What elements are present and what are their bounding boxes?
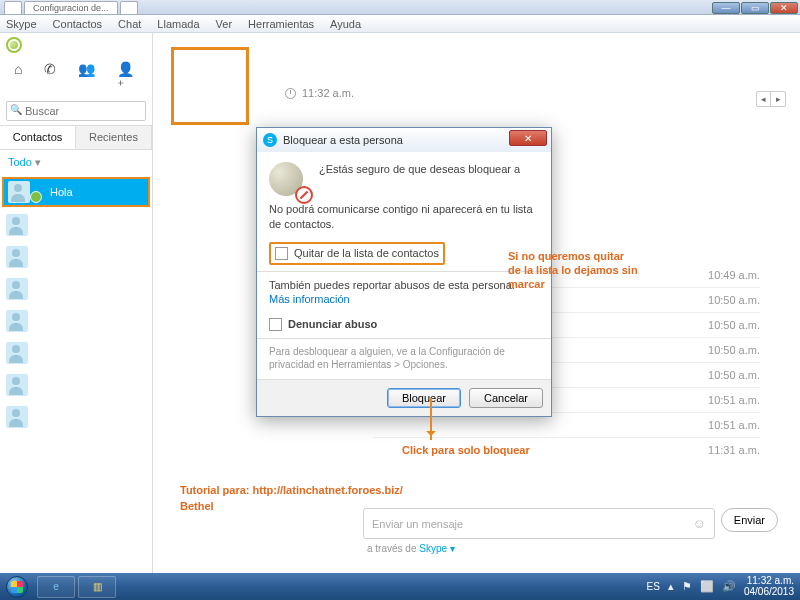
annotation-credit1: Tutorial para: http://latinchatnet.foroe… [180,484,403,498]
taskbar-date: 04/06/2013 [744,587,794,598]
contact-row[interactable] [0,401,152,433]
contact-row[interactable] [0,241,152,273]
tab-recientes[interactable]: Recientes [76,125,152,149]
window-minimize-button[interactable]: — [712,2,740,14]
chat-time: 11:31 a.m. [708,444,760,456]
chevron-left-icon[interactable]: ◂ [757,92,771,106]
contact-row[interactable] [0,305,152,337]
taskbar-time: 11:32 a.m. [744,576,794,587]
chat-time: 10:50 a.m. [708,319,760,331]
contact-row[interactable] [0,369,152,401]
browser-tab[interactable] [120,1,138,14]
tray-volume-icon[interactable]: 🔊 [722,580,736,593]
contact-row[interactable] [0,273,152,305]
task-ie-icon[interactable]: e [37,576,75,598]
tray-network-icon[interactable]: ⬜ [700,580,714,593]
lang-indicator[interactable]: ES [647,581,660,592]
contact-local-time: 11:32 a.m. [285,87,354,99]
compose-area: Enviar un mensaje ☺ a través de Skype ▾ … [363,508,778,554]
message-placeholder: Enviar un mensaje [372,518,463,530]
conversation-nav[interactable]: ◂▸ [756,91,786,107]
status-online-icon [30,191,42,203]
sidebar: ⌂ ✆ 👥 👤⁺ Contactos Recientes Todo Hola [0,33,153,581]
search-input[interactable] [6,101,146,121]
tab-contactos[interactable]: Contactos [0,125,76,149]
chevron-right-icon[interactable]: ▸ [771,92,785,106]
chat-time: 10:51 a.m. [708,419,760,431]
message-input[interactable]: Enviar un mensaje ☺ [363,508,715,539]
unblock-hint: Para desbloquear a alguien, ve a la Conf… [269,345,539,371]
more-info-link[interactable]: Más información [269,292,539,307]
via-skype-link[interactable]: Skype ▾ [419,543,455,554]
dialog-explain: No podrá comunicarse contigo ni aparecer… [269,202,539,232]
menu-skype[interactable]: Skype [6,18,37,30]
avatar-icon [6,342,28,364]
avatar-icon [6,406,28,428]
time-label: 11:32 a.m. [302,87,354,99]
avatar-icon [6,374,28,396]
start-button[interactable] [0,573,34,600]
chat-time: 10:49 a.m. [708,269,760,281]
cancel-button[interactable]: Cancelar [469,388,543,408]
window-maximize-button[interactable]: ▭ [741,2,769,14]
avatar-icon [6,246,28,268]
menu-llamada[interactable]: Llamada [157,18,199,30]
task-explorer-icon[interactable]: ▥ [78,576,116,598]
tray-chevron-up-icon[interactable]: ▴ [668,580,674,593]
avatar-icon [8,181,30,203]
phone-icon[interactable]: ✆ [44,61,56,93]
annotation-keep: Si no queremos quitar de la lista lo dej… [508,250,638,291]
report-abuse-checkbox[interactable] [269,318,282,331]
report-intro: También puedes reportar abusos de esta p… [269,278,539,293]
contact-row[interactable] [0,337,152,369]
chat-time: 10:50 a.m. [708,344,760,356]
group-icon[interactable]: 👥 [78,61,95,93]
chat-time: 10:50 a.m. [708,294,760,306]
taskbar-clock[interactable]: 11:32 a.m. 04/06/2013 [744,576,794,597]
block-button[interactable]: Bloquear [387,388,461,408]
menu-ver[interactable]: Ver [216,18,233,30]
contact-name: Hola [50,186,73,198]
block-person-icon [269,162,309,202]
add-contact-icon[interactable]: 👤⁺ [117,61,140,93]
contact-row[interactable] [0,209,152,241]
home-icon[interactable]: ⌂ [14,61,22,93]
browser-tab[interactable]: Configuracion de... [24,1,118,14]
window-close-button[interactable]: ✕ [770,2,798,14]
dialog-titlebar[interactable]: S Bloquear a esta persona ✕ [257,128,551,152]
search-input-wrap [6,101,146,121]
send-button[interactable]: Enviar [721,508,778,532]
tray-flag-icon[interactable]: ⚑ [682,580,692,593]
dialog-question: ¿Estás seguro de que deseas bloquear a [269,162,539,177]
chat-time: 10:51 a.m. [708,394,760,406]
menu-bar: Skype Contactos Chat Llamada Ver Herrami… [0,15,800,33]
emoji-icon[interactable]: ☺ [693,516,706,531]
taskbar: e ▥ ES ▴ ⚑ ⬜ 🔊 11:32 a.m. 04/06/2013 [0,573,800,600]
chat-time: 10:50 a.m. [708,369,760,381]
remove-from-list-checkbox[interactable] [275,247,288,260]
system-tray: ES ▴ ⚑ ⬜ 🔊 11:32 a.m. 04/06/2013 [647,576,800,597]
skype-icon: S [263,133,277,147]
browser-chrome: Configuracion de... — ▭ ✕ [0,0,800,15]
menu-herramientas[interactable]: Herramientas [248,18,314,30]
clock-icon [285,88,296,99]
menu-ayuda[interactable]: Ayuda [330,18,361,30]
contact-avatar-large[interactable] [171,47,249,125]
remove-from-list-label: Quitar de la lista de contactos [294,246,439,261]
avatar-icon [6,214,28,236]
annotation-arrow-icon [430,398,432,440]
contacts-filter[interactable]: Todo [0,150,152,175]
dialog-close-button[interactable]: ✕ [509,130,547,146]
avatar-icon [6,310,28,332]
menu-contactos[interactable]: Contactos [53,18,103,30]
contact-row-selected[interactable]: Hola [2,177,150,207]
presence-icon[interactable] [6,37,22,53]
via-label: a través de Skype ▾ [363,543,715,554]
avatar-icon [6,278,28,300]
annotation-click: Click para solo bloquear [402,444,530,458]
dialog-title: Bloquear a esta persona [283,134,403,146]
browser-tab[interactable] [4,1,22,14]
annotation-credit2: Bethel [180,500,214,514]
windows-orb-icon [6,576,28,598]
menu-chat[interactable]: Chat [118,18,141,30]
